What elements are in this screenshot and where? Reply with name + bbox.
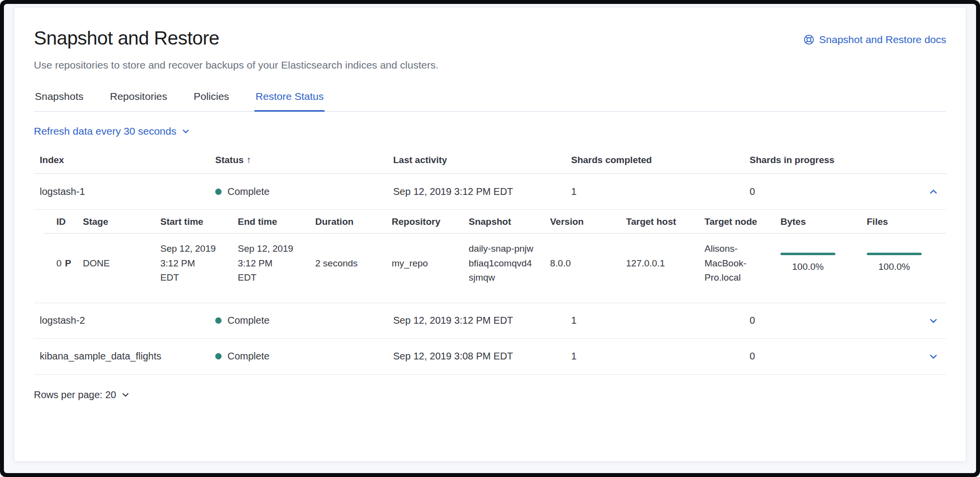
- docs-link[interactable]: Snapshot and Restore docs: [804, 34, 946, 46]
- duration-cell: 2 seconds: [311, 248, 388, 278]
- app-background: Snapshot and Restore Snapshot and Restor…: [4, 4, 976, 473]
- table-row: logstash-1 Complete Sep 12, 2019 3:12 PM…: [34, 174, 946, 210]
- chevron-down-icon: [181, 127, 190, 136]
- shards-in-progress-cell: 0: [744, 340, 923, 373]
- last-activity-cell: Sep 12, 2019 3:12 PM EDT: [387, 175, 565, 208]
- column-header-index: Index: [34, 149, 209, 173]
- detail-column-id: ID: [44, 210, 79, 233]
- window-frame: Snapshot and Restore Snapshot and Restor…: [0, 0, 980, 477]
- index-cell: logstash-1: [34, 175, 209, 208]
- status-label: Complete: [227, 186, 270, 197]
- page-subtitle: Use repositories to store and recover ba…: [34, 58, 946, 72]
- detail-column-end-time: End time: [234, 210, 311, 233]
- rows-per-page-control[interactable]: Rows per page: 20: [34, 389, 130, 401]
- index-cell: kibana_sample_data_flights: [34, 340, 209, 373]
- target-node-cell: Alisons-MacBook-Pro.local: [701, 234, 758, 292]
- last-activity-cell: Sep 12, 2019 3:12 PM EDT: [387, 304, 565, 337]
- index-cell: logstash-2: [34, 304, 209, 337]
- column-header-expander: [923, 154, 946, 168]
- bytes-progress-label: 100.0%: [780, 260, 835, 274]
- detail-column-snapshot: Snapshot: [465, 210, 546, 233]
- status-dot-complete: [215, 353, 222, 359]
- tab-policies[interactable]: Policies: [193, 88, 230, 112]
- column-header-shards-completed: Shards completed: [565, 149, 744, 173]
- status-label: Complete: [227, 315, 270, 326]
- detail-column-stage: Stage: [79, 210, 156, 233]
- chevron-down-icon: [121, 390, 130, 399]
- shards-completed-cell: 1: [565, 175, 744, 208]
- status-cell: Complete: [209, 340, 387, 373]
- page-header: Snapshot and Restore Snapshot and Restor…: [34, 27, 946, 50]
- last-activity-cell: Sep 12, 2019 3:08 PM EDT: [387, 340, 565, 373]
- shards-completed-cell: 1: [565, 304, 744, 337]
- collapse-row-button[interactable]: [927, 185, 940, 198]
- end-time-cell: Sep 12, 2019 3:12 PM EDT: [234, 234, 298, 292]
- repository-cell: my_repo: [388, 248, 465, 278]
- table-header-row: Index Status↑ Last activity Shards compl…: [34, 149, 946, 174]
- detail-column-files: Files: [863, 210, 946, 233]
- expander-cell: [923, 339, 946, 374]
- shards-in-progress-cell: 0: [744, 175, 923, 208]
- detail-column-start-time: Start time: [156, 210, 234, 233]
- files-progress-bar: [867, 253, 922, 255]
- chevron-up-icon: [929, 191, 938, 198]
- detail-column-repository: Repository: [388, 210, 465, 233]
- column-header-last-activity: Last activity: [387, 149, 565, 173]
- bytes-progress-cell: 100.0%: [777, 245, 863, 282]
- rows-per-page-label: Rows per page: 20: [34, 389, 116, 401]
- expand-row-button[interactable]: [927, 314, 940, 328]
- files-progress-label: 100.0%: [867, 260, 922, 274]
- bytes-progress-bar: [780, 253, 835, 255]
- detail-column-duration: Duration: [311, 210, 388, 233]
- column-header-shards-in-progress: Shards in progress: [744, 149, 923, 173]
- expander-cell: [923, 303, 946, 338]
- column-header-status[interactable]: Status↑: [209, 149, 387, 173]
- status-dot-complete: [215, 189, 222, 195]
- status-cell: Complete: [209, 175, 387, 208]
- shards-completed-cell: 1: [565, 340, 744, 373]
- status-cell: Complete: [209, 304, 387, 337]
- refresh-interval-control[interactable]: Refresh data every 30 seconds: [34, 125, 190, 137]
- detail-column-version: Version: [546, 210, 622, 233]
- snapshot-restore-panel: Snapshot and Restore Snapshot and Restor…: [14, 7, 966, 462]
- detail-row: 0P DONE Sep 12, 2019 3:12 PM EDT Sep 12,…: [44, 234, 946, 292]
- chevron-down-icon: [929, 356, 938, 363]
- shard-detail-panel: ID Stage Start time End time Duration Re…: [34, 210, 946, 303]
- page-title: Snapshot and Restore: [34, 27, 219, 50]
- tab-snapshots[interactable]: Snapshots: [34, 88, 84, 112]
- stage-cell: DONE: [79, 248, 156, 278]
- detail-column-target-host: Target host: [622, 210, 701, 233]
- tab-repositories[interactable]: Repositories: [109, 88, 168, 112]
- status-label: Complete: [227, 351, 270, 362]
- expander-cell: [923, 174, 946, 209]
- shards-in-progress-cell: 0: [744, 304, 923, 337]
- expand-row-button[interactable]: [927, 350, 940, 363]
- tab-bar: Snapshots Repositories Policies Restore …: [34, 88, 946, 112]
- target-host-cell: 127.0.0.1: [622, 248, 701, 278]
- files-progress-cell: 100.0%: [863, 245, 946, 282]
- chevron-down-icon: [929, 320, 938, 327]
- status-dot-complete: [215, 317, 222, 324]
- version-cell: 8.0.0: [546, 248, 622, 278]
- snapshot-cell: daily-snap-pnjwbfiaq1comqvd4sjmqw: [465, 234, 539, 292]
- life-ring-icon: [804, 34, 814, 45]
- detail-column-target-node: Target node: [701, 210, 777, 233]
- table-row: kibana_sample_data_flights Complete Sep …: [34, 339, 946, 375]
- detail-column-bytes: Bytes: [777, 210, 863, 233]
- start-time-cell: Sep 12, 2019 3:12 PM EDT: [156, 234, 220, 292]
- primary-shard-badge: P: [65, 258, 72, 268]
- restore-status-table: Index Status↑ Last activity Shards compl…: [34, 149, 946, 374]
- sort-ascending-icon: ↑: [247, 155, 251, 165]
- shard-id-cell: 0P: [44, 248, 79, 278]
- tab-restore-status[interactable]: Restore Status: [254, 88, 325, 112]
- docs-link-label: Snapshot and Restore docs: [819, 34, 946, 46]
- table-row: logstash-2 Complete Sep 12, 2019 3:12 PM…: [34, 303, 946, 339]
- detail-header-row: ID Stage Start time End time Duration Re…: [44, 210, 946, 234]
- refresh-interval-label: Refresh data every 30 seconds: [34, 125, 176, 137]
